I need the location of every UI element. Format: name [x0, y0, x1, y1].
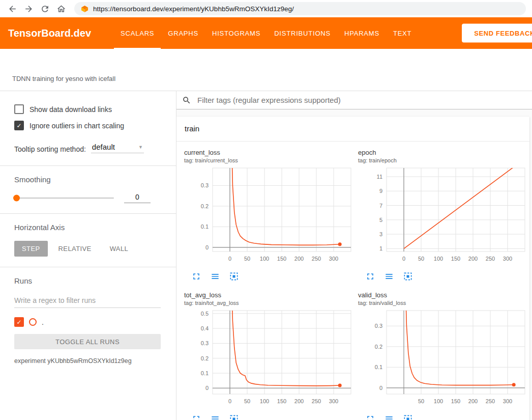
svg-text:50: 50 [244, 398, 250, 404]
section-header-train[interactable]: train [176, 117, 529, 142]
svg-text:300: 300 [503, 398, 512, 404]
expand-icon[interactable] [365, 414, 375, 420]
chart-tag: tag: train/epoch [358, 157, 529, 164]
svg-text:0.4: 0.4 [201, 325, 209, 331]
axis-wall-button[interactable]: WALL [102, 241, 136, 257]
svg-text:300: 300 [329, 256, 338, 262]
chart-card-current_loss: current_losstag: train/current_loss00.10… [184, 149, 355, 288]
reload-button[interactable] [38, 2, 52, 16]
smoothing-value-field[interactable]: 0 [124, 193, 151, 203]
home-button[interactable] [54, 2, 68, 16]
tab-hparams[interactable]: HPARAMS [344, 17, 379, 49]
smoothing-slider[interactable] [14, 198, 114, 199]
checkbox-unchecked-icon [14, 104, 24, 114]
runs-regex-input[interactable] [14, 294, 161, 308]
svg-text:100: 100 [434, 398, 443, 404]
filter-tags-input[interactable] [196, 95, 532, 105]
run-checkbox-checked-icon[interactable] [14, 317, 24, 327]
fit-domain-icon[interactable] [229, 414, 239, 420]
expand-icon[interactable] [191, 271, 201, 282]
svg-text:1: 1 [379, 245, 382, 251]
svg-text:0: 0 [402, 256, 405, 262]
tooltip-sorting-select[interactable]: default ▼ [91, 143, 144, 153]
data-table-icon[interactable] [384, 271, 394, 282]
ignore-outliers-checkbox[interactable]: Ignore outliers in chart scaling [14, 121, 161, 130]
fit-domain-icon[interactable] [403, 414, 413, 420]
tensorboard-favicon-icon [81, 5, 88, 13]
tooltip-sorting-label: Tooltip sorting method: [14, 145, 86, 153]
axis-step-button[interactable]: STEP [14, 241, 48, 257]
tab-histograms[interactable]: HISTOGRAMS [212, 17, 260, 49]
svg-text:150: 150 [451, 256, 460, 262]
svg-text:0.3: 0.3 [201, 340, 209, 346]
toggle-all-runs-button[interactable]: TOGGLE ALL RUNS [14, 334, 161, 349]
chart-tag: tag: train/current_loss [184, 157, 355, 164]
line-chart[interactable]: 00.10.20.30.40.5050100150200250300 [184, 309, 355, 410]
svg-text:200: 200 [468, 256, 478, 262]
forward-button[interactable] [21, 2, 36, 16]
main-panel: train current_losstag: train/current_los… [176, 91, 532, 420]
svg-text:100: 100 [260, 256, 269, 262]
expand-icon[interactable] [365, 271, 375, 282]
data-table-icon[interactable] [210, 414, 220, 420]
horizontal-axis-section: Horizontal Axis STEP RELATIVE WALL [0, 214, 176, 267]
svg-text:50: 50 [418, 398, 424, 404]
settings-sidebar: Show data download links Ignore outliers… [0, 91, 176, 420]
svg-text:0: 0 [205, 244, 209, 250]
line-chart[interactable]: 1357911050100150200250300 [358, 166, 529, 268]
svg-text:0.2: 0.2 [201, 355, 209, 361]
send-feedback-button[interactable]: SEND FEEDBACK [462, 24, 532, 43]
header-nav: SCALARS GRAPHS HISTOGRAMS DISTRIBUTIONS … [121, 17, 411, 49]
forward-arrow-icon [24, 4, 34, 14]
run-color-swatch-icon [29, 318, 37, 326]
svg-text:300: 300 [503, 256, 512, 262]
fit-domain-icon[interactable] [229, 271, 239, 282]
show-download-links-checkbox[interactable]: Show data download links [14, 104, 161, 114]
svg-text:11: 11 [377, 174, 382, 180]
svg-text:200: 200 [294, 256, 304, 262]
svg-text:100: 100 [260, 398, 269, 404]
horizontal-axis-buttons: STEP RELATIVE WALL [14, 241, 161, 257]
tab-scalars[interactable]: SCALARS [121, 17, 154, 49]
back-button[interactable] [5, 2, 19, 16]
svg-text:250: 250 [486, 256, 495, 262]
address-bar[interactable]: https://tensorboard.dev/experiment/yKUbh… [74, 2, 526, 15]
slider-thumb[interactable] [13, 195, 20, 202]
ignore-outliers-label: Ignore outliers in chart scaling [29, 122, 124, 130]
fit-domain-icon[interactable] [403, 271, 413, 282]
data-table-icon[interactable] [210, 271, 220, 282]
svg-text:0.2: 0.2 [201, 203, 209, 209]
line-chart[interactable]: 00.10.20.3050100150200250300 [184, 166, 355, 268]
smoothing-section: Smoothing 0 [0, 166, 176, 213]
line-chart[interactable]: 00.10.20.350100150200250300 [358, 309, 529, 410]
svg-text:9: 9 [379, 188, 382, 194]
tab-text[interactable]: TEXT [393, 17, 411, 49]
svg-text:250: 250 [312, 398, 321, 404]
tab-graphs[interactable]: GRAPHS [168, 17, 198, 49]
svg-text:0: 0 [205, 385, 209, 391]
tag-filter-row [176, 91, 532, 109]
svg-text:0: 0 [379, 385, 382, 391]
expand-icon[interactable] [191, 414, 201, 420]
chart-toolbar [365, 271, 529, 282]
tab-distributions[interactable]: DISTRIBUTIONS [274, 17, 331, 49]
show-download-links-label: Show data download links [29, 105, 112, 114]
run-list-item[interactable]: . [14, 317, 161, 327]
svg-text:3: 3 [379, 231, 382, 237]
svg-text:200: 200 [468, 398, 478, 404]
chart-toolbar [191, 414, 355, 420]
data-table-icon[interactable] [384, 414, 394, 420]
chart-card-tot_avg_loss: tot_avg_losstag: train/tot_avg_loss00.10… [184, 291, 355, 420]
back-arrow-icon [8, 4, 17, 14]
horizontal-axis-label: Horizontal Axis [14, 223, 161, 232]
train-section-card: train current_losstag: train/current_los… [176, 117, 529, 420]
svg-text:0.3: 0.3 [201, 182, 209, 188]
axis-relative-button[interactable]: RELATIVE [51, 241, 99, 257]
search-icon [182, 96, 191, 105]
svg-text:200: 200 [294, 398, 304, 404]
tooltip-sorting-value: default [92, 143, 115, 151]
chart-title: current_loss [184, 149, 355, 157]
svg-text:150: 150 [451, 398, 460, 404]
chart-title: epoch [358, 149, 529, 157]
smoothing-slider-row: 0 [14, 193, 161, 203]
